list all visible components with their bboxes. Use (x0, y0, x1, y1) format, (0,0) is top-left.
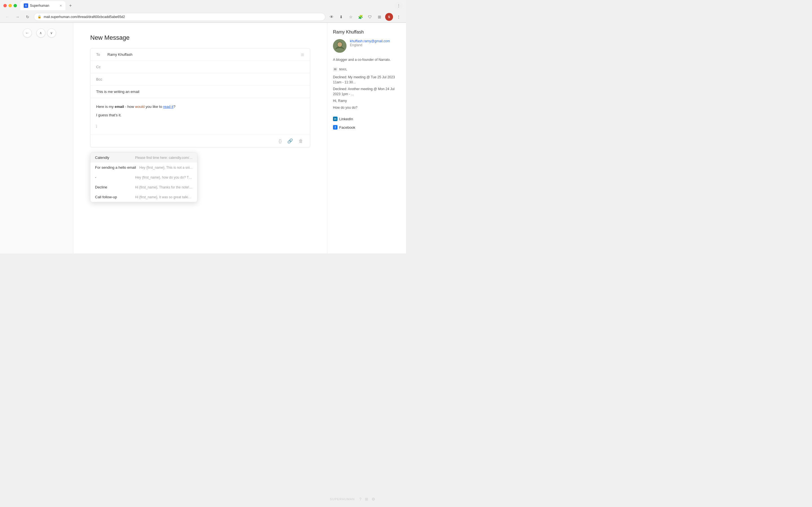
mail-item-1[interactable]: Declined: My meeting @ Tue 25 Jul 2023 1… (333, 74, 400, 86)
facebook-icon: f (333, 125, 338, 129)
address-bar[interactable]: 🔒 mail.superhuman.com/thread/draft00cbca… (34, 13, 325, 21)
autocomplete-name-dash: - (95, 175, 132, 179)
maximize-button[interactable] (13, 4, 17, 7)
mail-items-list: Declined: My meeting @ Tue 25 Jul 2023 1… (333, 74, 400, 111)
mail-item-2[interactable]: Declined: Another meeting @ Mon 24 Jul 2… (333, 86, 400, 98)
autocomplete-item-calendly[interactable]: Calendly Please find time here: calendly… (91, 153, 197, 163)
code-format-button[interactable]: {} (277, 137, 283, 145)
url-text: mail.superhuman.com/thread/draft00cbcadd… (44, 15, 125, 19)
compose-area: New Message To Ramy Khuffash ⊞ Cc B (73, 23, 327, 253)
left-sidebar: ← ∧ ∨ (0, 23, 73, 253)
subject-row: This is me writing an email (91, 86, 310, 98)
body-line-1: Here is my email - how would you like to… (96, 104, 304, 110)
body-bold-email: email (115, 105, 124, 109)
right-sidebar: Ramy Khuffash khuffash.ramy@gmail.com En… (327, 23, 406, 253)
cc-label: Cc (96, 65, 107, 69)
nav-top: ← ∧ ∨ (17, 29, 56, 38)
back-button[interactable]: ← (23, 29, 32, 38)
nav-actions: 👁 ⬇ ☆ 🧩 🛡 ⊞ S ⋮ (327, 13, 403, 21)
reload-button[interactable]: ↻ (24, 13, 32, 21)
compose-title: New Message (90, 34, 310, 41)
browser-tab[interactable]: S Superhuman ✕ (20, 1, 65, 10)
autocomplete-preview-decline: Hi {first_name}, Thanks for the note! I'… (135, 185, 193, 189)
autocomplete-dropdown: Calendly Please find time here: calendly… (90, 152, 197, 202)
profile-button[interactable]: S (385, 13, 393, 21)
browser-chrome: S Superhuman ✕ + ⋮ ← → ↻ 🔒 mail.superhum… (0, 0, 406, 23)
to-field-row: To Ramy Khuffash ⊞ (91, 48, 310, 61)
compose-reply-icon[interactable]: ⊞ (301, 52, 304, 57)
to-label: To (96, 52, 107, 57)
sidebar-toggle-button[interactable]: ⊞ (375, 13, 384, 21)
svg-point-3 (338, 42, 342, 47)
browser-menu-button[interactable]: ⋮ (395, 2, 403, 10)
link-button[interactable]: 🔗 (286, 137, 294, 145)
semicolon-text: ; (96, 123, 304, 129)
autocomplete-item-decline[interactable]: Decline Hi {first_name}, Thanks for the … (91, 182, 197, 192)
field-icons: ⊞ (301, 52, 304, 57)
browser-more-button[interactable]: ⋮ (395, 13, 403, 21)
tab-favicon: S (24, 3, 28, 8)
contact-name: Ramy Khuffash (333, 30, 400, 35)
autocomplete-name-decline: Decline (95, 185, 132, 189)
cc-field-row: Cc (91, 61, 310, 73)
mail-section-icon: ✉ (333, 67, 338, 71)
autocomplete-name-calendly: Calendly (95, 156, 132, 160)
main-content: New Message To Ramy Khuffash ⊞ Cc B (73, 23, 327, 253)
title-bar: S Superhuman ✕ + ⋮ (0, 0, 406, 11)
new-tab-button[interactable]: + (66, 2, 74, 10)
linkedin-link[interactable]: in LinkedIn (333, 115, 400, 122)
autocomplete-preview-call-followup: Hi {first_name}, It was so great talking… (135, 195, 193, 199)
contact-bio: A blogger and a co-founder of Narrato. (333, 57, 400, 62)
compose-toolbar: {} 🔗 🗑 (91, 135, 310, 147)
contact-info: khuffash.ramy@gmail.com England (333, 39, 400, 53)
reader-view-button[interactable]: 👁 (327, 13, 336, 21)
subject-value[interactable]: This is me writing an email (96, 90, 304, 94)
contact-location: England (350, 43, 400, 47)
autocomplete-name-hello-email: For sending a hello email (95, 165, 136, 170)
bcc-label: Bcc (96, 77, 107, 81)
traffic-lights (3, 4, 17, 7)
bcc-field-row: Bcc (91, 73, 310, 86)
autocomplete-preview-calendly: Please find time here: calendly.com/exam… (135, 156, 193, 160)
forward-nav-button[interactable]: → (13, 13, 21, 21)
compose-fields: To Ramy Khuffash ⊞ Cc Bcc (90, 48, 310, 147)
body-would-text: would (135, 105, 145, 109)
tab-bar: S Superhuman ✕ + (20, 1, 369, 10)
back-nav-button[interactable]: ← (3, 13, 11, 21)
prev-message-button[interactable]: ∧ (36, 29, 45, 38)
facebook-label: Facebook (339, 125, 355, 129)
next-message-button[interactable]: ∨ (47, 29, 56, 38)
mail-section-label: Mail (339, 68, 347, 71)
mail-item-4[interactable]: How do you do? (333, 104, 400, 111)
mail-item-3[interactable]: Hi, Ramy (333, 98, 400, 104)
autocomplete-item-hello-email[interactable]: For sending a hello email Hey {first_nam… (91, 163, 197, 172)
to-value[interactable]: Ramy Khuffash (107, 52, 301, 57)
shield-icon[interactable]: 🛡 (366, 13, 374, 21)
mail-section-header: ✉ Mail (333, 67, 400, 71)
close-button[interactable] (3, 4, 7, 7)
autocomplete-preview-hello-email: Hey {first_name}, This is not a sni... (139, 166, 193, 170)
autocomplete-item-dash[interactable]: - Hey {first_name}, how do you do? This … (91, 172, 197, 182)
body-area[interactable]: Here is my email - how would you like to… (91, 98, 310, 135)
body-line-2: I guess that's it. (96, 112, 304, 118)
minimize-button[interactable] (8, 4, 12, 7)
download-button[interactable]: ⬇ (337, 13, 345, 21)
delete-draft-button[interactable]: 🗑 (297, 137, 304, 145)
tab-title: Superhuman (30, 4, 49, 8)
app-layout: ← ∧ ∨ New Message To Ramy Khuffash ⊞ (0, 23, 406, 253)
autocomplete-preview-dash: Hey {first_name}, how do you do? This is… (135, 175, 193, 179)
contact-email[interactable]: khuffash.ramy@gmail.com (350, 39, 400, 43)
autocomplete-item-call-followup[interactable]: Call follow-up Hi {first_name}, It was s… (91, 192, 197, 202)
autocomplete-name-call-followup: Call follow-up (95, 195, 132, 199)
avatar-image (333, 39, 347, 53)
linkedin-label: LinkedIn (339, 117, 353, 121)
extensions-button[interactable]: 🧩 (356, 13, 364, 21)
bookmark-button[interactable]: ☆ (347, 13, 355, 21)
facebook-link[interactable]: f Facebook (333, 124, 400, 131)
nav-bar: ← → ↻ 🔒 mail.superhuman.com/thread/draft… (0, 11, 406, 22)
lock-icon: 🔒 (38, 15, 42, 18)
tab-close-button[interactable]: ✕ (59, 4, 62, 8)
body-link-read[interactable]: read it (163, 105, 173, 109)
linkedin-icon: in (333, 117, 338, 121)
avatar (333, 39, 347, 53)
